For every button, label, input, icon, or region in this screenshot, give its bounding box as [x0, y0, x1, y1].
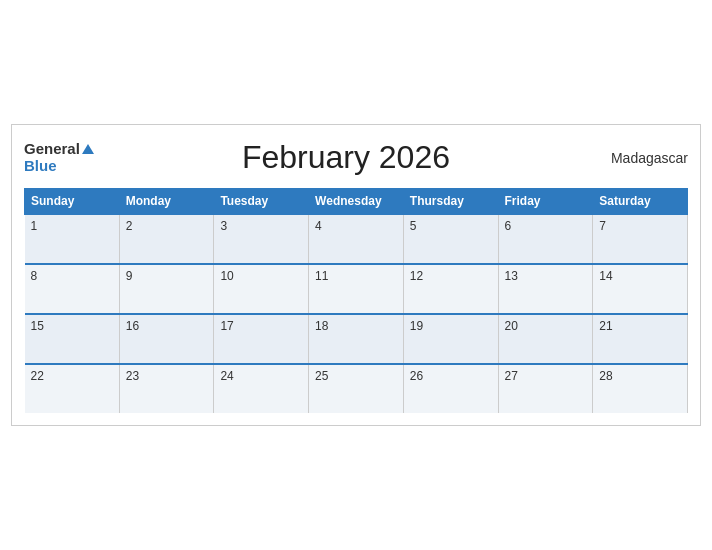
logo-general-text: General — [24, 141, 80, 158]
calendar-tbody: 1234567891011121314151617181920212223242… — [25, 214, 688, 413]
day-cell-8: 8 — [25, 264, 120, 314]
day-header-tuesday: Tuesday — [214, 189, 309, 215]
day-cell-13: 13 — [498, 264, 593, 314]
week-row-2: 891011121314 — [25, 264, 688, 314]
day-cell-1: 1 — [25, 214, 120, 264]
day-header-sunday: Sunday — [25, 189, 120, 215]
week-row-3: 15161718192021 — [25, 314, 688, 364]
week-row-4: 22232425262728 — [25, 364, 688, 413]
calendar-thead: SundayMondayTuesdayWednesdayThursdayFrid… — [25, 189, 688, 215]
day-cell-9: 9 — [119, 264, 214, 314]
day-cell-5: 5 — [403, 214, 498, 264]
logo-blue-text: Blue — [24, 158, 94, 175]
day-header-friday: Friday — [498, 189, 593, 215]
day-cell-24: 24 — [214, 364, 309, 413]
calendar-grid: SundayMondayTuesdayWednesdayThursdayFrid… — [24, 188, 688, 413]
day-cell-12: 12 — [403, 264, 498, 314]
day-cell-16: 16 — [119, 314, 214, 364]
day-cell-19: 19 — [403, 314, 498, 364]
day-header-thursday: Thursday — [403, 189, 498, 215]
calendar-header: General Blue February 2026 Madagascar — [24, 135, 688, 180]
week-row-1: 1234567 — [25, 214, 688, 264]
day-cell-3: 3 — [214, 214, 309, 264]
day-cell-28: 28 — [593, 364, 688, 413]
country-label: Madagascar — [598, 150, 688, 166]
day-cell-23: 23 — [119, 364, 214, 413]
day-cell-6: 6 — [498, 214, 593, 264]
day-cell-10: 10 — [214, 264, 309, 314]
day-cell-17: 17 — [214, 314, 309, 364]
day-cell-27: 27 — [498, 364, 593, 413]
day-cell-26: 26 — [403, 364, 498, 413]
day-headers-row: SundayMondayTuesdayWednesdayThursdayFrid… — [25, 189, 688, 215]
day-cell-11: 11 — [309, 264, 404, 314]
day-header-wednesday: Wednesday — [309, 189, 404, 215]
day-cell-4: 4 — [309, 214, 404, 264]
logo-triangle-icon — [82, 144, 94, 154]
day-header-monday: Monday — [119, 189, 214, 215]
day-cell-21: 21 — [593, 314, 688, 364]
day-cell-2: 2 — [119, 214, 214, 264]
day-header-saturday: Saturday — [593, 189, 688, 215]
calendar-container: General Blue February 2026 Madagascar Su… — [11, 124, 701, 426]
day-cell-22: 22 — [25, 364, 120, 413]
day-cell-7: 7 — [593, 214, 688, 264]
day-cell-25: 25 — [309, 364, 404, 413]
day-cell-20: 20 — [498, 314, 593, 364]
day-cell-18: 18 — [309, 314, 404, 364]
logo: General Blue — [24, 141, 94, 174]
day-cell-14: 14 — [593, 264, 688, 314]
calendar-title: February 2026 — [94, 139, 598, 176]
day-cell-15: 15 — [25, 314, 120, 364]
